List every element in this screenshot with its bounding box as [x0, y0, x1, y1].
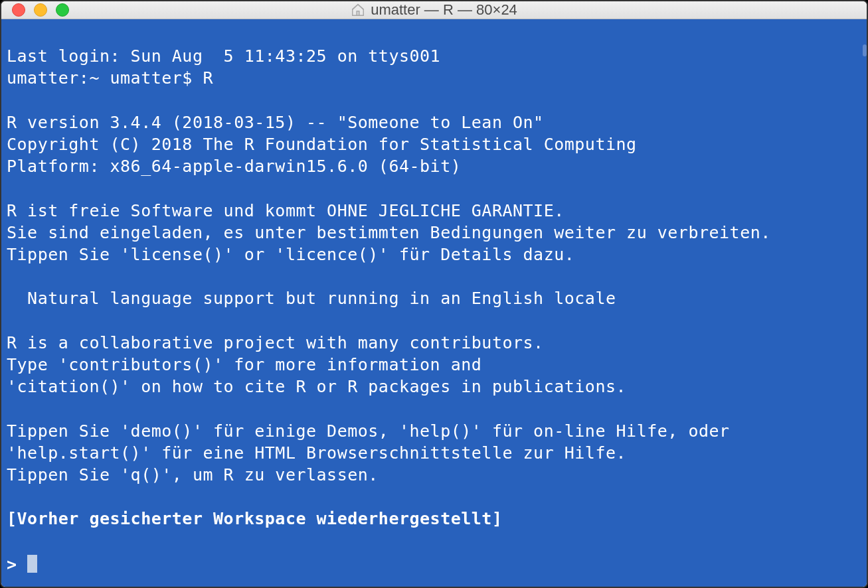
window-title-wrap: umatter — R — 80×24 — [1, 1, 867, 19]
terminal-line: Type 'contributors()' for more informati… — [7, 355, 481, 374]
terminal-line: 'citation()' on how to cite R or R packa… — [7, 377, 626, 396]
terminal-line: 'help.start()' für eine HTML Browserschn… — [7, 443, 626, 463]
terminal-window: umatter — R — 80×24 Last login: Sun Aug … — [0, 0, 868, 588]
terminal-line: Natural language support but running in … — [7, 289, 616, 308]
terminal-cursor — [27, 555, 37, 573]
traffic-lights — [1, 3, 69, 17]
terminal-line: Last login: Sun Aug 5 11:43:25 on ttys00… — [7, 46, 440, 66]
terminal-line: R version 3.4.4 (2018-03-15) -- "Someone… — [7, 113, 544, 132]
terminal-area[interactable]: Last login: Sun Aug 5 11:43:25 on ttys00… — [1, 19, 867, 588]
terminal-line: umatter:~ umatter$ R — [7, 68, 213, 88]
terminal-prompt: > — [7, 555, 27, 574]
home-icon — [351, 3, 365, 17]
terminal-line: R is a collaborative project with many c… — [7, 333, 544, 352]
terminal-line: Sie sind eingeladen, es unter bestimmten… — [7, 223, 771, 242]
close-button[interactable] — [12, 3, 25, 17]
terminal-line: Tippen Sie 'license()' or 'licence()' fü… — [7, 245, 574, 264]
titlebar[interactable]: umatter — R — 80×24 — [1, 1, 867, 19]
terminal-line: Platform: x86_64-apple-darwin15.6.0 (64-… — [7, 157, 461, 176]
svg-rect-0 — [357, 11, 359, 15]
terminal-line: R ist freie Software und kommt OHNE JEGL… — [7, 201, 564, 220]
terminal-line: Copyright (C) 2018 The R Foundation for … — [7, 135, 637, 154]
minimize-button[interactable] — [34, 3, 47, 17]
maximize-button[interactable] — [56, 3, 69, 17]
terminal-line: Tippen Sie 'demo()' für einige Demos, 'h… — [7, 421, 730, 441]
terminal-line: Tippen Sie 'q()', um R zu verlassen. — [7, 465, 379, 484]
window-title: umatter — R — 80×24 — [371, 1, 517, 19]
terminal-line-restored: [Vorher gesicherter Workspace wiederherg… — [7, 509, 502, 528]
scrollbar-thumb[interactable] — [863, 44, 867, 56]
